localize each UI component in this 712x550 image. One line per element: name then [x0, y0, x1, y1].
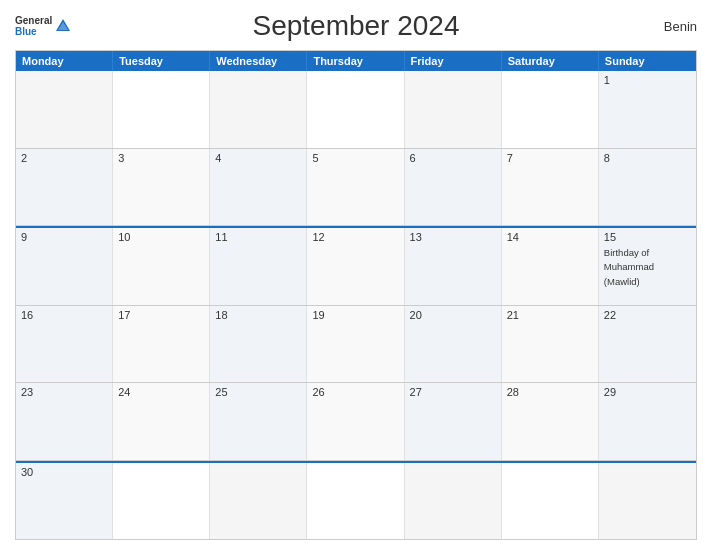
calendar-cell-1-0: 2 — [16, 149, 113, 226]
calendar-week-5: 30 — [16, 461, 696, 540]
calendar-cell-3-4: 20 — [405, 306, 502, 383]
day-number: 23 — [21, 386, 107, 398]
calendar-cell-0-3 — [307, 71, 404, 148]
day-number: 18 — [215, 309, 301, 321]
calendar-cell-1-5: 7 — [502, 149, 599, 226]
calendar-cell-0-0 — [16, 71, 113, 148]
day-number: 30 — [21, 466, 107, 478]
header-day-monday: Monday — [16, 51, 113, 71]
calendar-cell-0-5 — [502, 71, 599, 148]
calendar-week-3: 16171819202122 — [16, 306, 696, 384]
calendar-week-1: 2345678 — [16, 149, 696, 227]
header-day-thursday: Thursday — [307, 51, 404, 71]
calendar-cell-2-0: 9 — [16, 228, 113, 305]
day-number: 8 — [604, 152, 691, 164]
calendar-cell-5-3 — [307, 463, 404, 540]
calendar-cell-5-4 — [405, 463, 502, 540]
calendar-cell-0-2 — [210, 71, 307, 148]
logo: General Blue — [15, 15, 95, 37]
day-number: 21 — [507, 309, 593, 321]
calendar-cell-5-0: 30 — [16, 463, 113, 540]
header-day-wednesday: Wednesday — [210, 51, 307, 71]
calendar-cell-3-1: 17 — [113, 306, 210, 383]
day-number: 3 — [118, 152, 204, 164]
day-number: 7 — [507, 152, 593, 164]
calendar-grid: MondayTuesdayWednesdayThursdayFridaySatu… — [15, 50, 697, 540]
calendar-cell-0-4 — [405, 71, 502, 148]
calendar-cell-4-5: 28 — [502, 383, 599, 460]
calendar-cell-4-1: 24 — [113, 383, 210, 460]
header-day-sunday: Sunday — [599, 51, 696, 71]
day-number: 14 — [507, 231, 593, 243]
calendar-cell-4-4: 27 — [405, 383, 502, 460]
calendar-cell-0-6: 1 — [599, 71, 696, 148]
day-number: 15 — [604, 231, 691, 243]
event-label: Birthday of Muhammad (Mawlid) — [604, 247, 654, 287]
logo-general-text: General — [15, 15, 52, 26]
calendar-cell-3-3: 19 — [307, 306, 404, 383]
day-number: 9 — [21, 231, 107, 243]
calendar-cell-2-3: 12 — [307, 228, 404, 305]
calendar-cell-5-5 — [502, 463, 599, 540]
calendar-cell-5-6 — [599, 463, 696, 540]
calendar-week-4: 23242526272829 — [16, 383, 696, 461]
calendar-cell-4-2: 25 — [210, 383, 307, 460]
calendar-cell-4-0: 23 — [16, 383, 113, 460]
calendar-cell-3-2: 18 — [210, 306, 307, 383]
day-number: 28 — [507, 386, 593, 398]
day-number: 27 — [410, 386, 496, 398]
day-number: 24 — [118, 386, 204, 398]
calendar-cell-1-1: 3 — [113, 149, 210, 226]
header-day-tuesday: Tuesday — [113, 51, 210, 71]
day-number: 16 — [21, 309, 107, 321]
day-number: 4 — [215, 152, 301, 164]
calendar-cell-2-1: 10 — [113, 228, 210, 305]
day-number: 29 — [604, 386, 691, 398]
day-number: 22 — [604, 309, 691, 321]
calendar-week-2: 9101112131415Birthday of Muhammad (Mawli… — [16, 226, 696, 306]
calendar-cell-2-5: 14 — [502, 228, 599, 305]
day-number: 10 — [118, 231, 204, 243]
calendar-cell-1-3: 5 — [307, 149, 404, 226]
day-number: 1 — [604, 74, 691, 86]
day-number: 25 — [215, 386, 301, 398]
day-number: 2 — [21, 152, 107, 164]
calendar-week-0: 1 — [16, 71, 696, 149]
header: General Blue September 2024 Benin — [15, 10, 697, 42]
calendar-page: General Blue September 2024 Benin Monday… — [0, 0, 712, 550]
logo-icon — [54, 17, 72, 35]
calendar-body: 123456789101112131415Birthday of Muhamma… — [16, 71, 696, 539]
calendar-title: September 2024 — [95, 10, 617, 42]
header-day-friday: Friday — [405, 51, 502, 71]
day-number: 19 — [312, 309, 398, 321]
logo-blue-text: Blue — [15, 26, 52, 37]
calendar-cell-5-1 — [113, 463, 210, 540]
calendar-cell-0-1 — [113, 71, 210, 148]
day-number: 11 — [215, 231, 301, 243]
calendar-cell-5-2 — [210, 463, 307, 540]
header-day-saturday: Saturday — [502, 51, 599, 71]
day-number: 6 — [410, 152, 496, 164]
calendar-cell-3-0: 16 — [16, 306, 113, 383]
calendar-cell-3-5: 21 — [502, 306, 599, 383]
day-number: 26 — [312, 386, 398, 398]
day-number: 12 — [312, 231, 398, 243]
calendar-cell-4-6: 29 — [599, 383, 696, 460]
calendar-cell-1-6: 8 — [599, 149, 696, 226]
calendar-cell-2-2: 11 — [210, 228, 307, 305]
calendar-header-row: MondayTuesdayWednesdayThursdayFridaySatu… — [16, 51, 696, 71]
calendar-cell-1-2: 4 — [210, 149, 307, 226]
country-label: Benin — [617, 19, 697, 34]
day-number: 13 — [410, 231, 496, 243]
calendar-cell-1-4: 6 — [405, 149, 502, 226]
calendar-cell-2-6: 15Birthday of Muhammad (Mawlid) — [599, 228, 696, 305]
calendar-cell-3-6: 22 — [599, 306, 696, 383]
day-number: 17 — [118, 309, 204, 321]
day-number: 5 — [312, 152, 398, 164]
calendar-cell-2-4: 13 — [405, 228, 502, 305]
calendar-cell-4-3: 26 — [307, 383, 404, 460]
day-number: 20 — [410, 309, 496, 321]
